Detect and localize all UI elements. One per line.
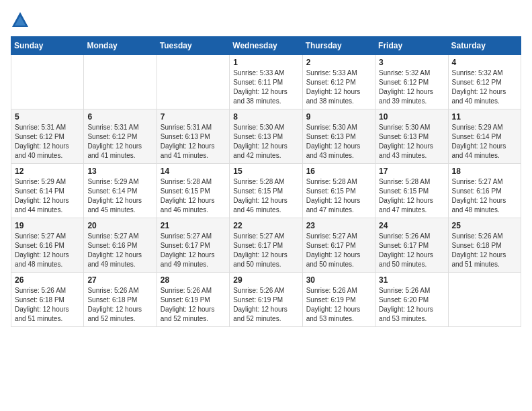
day-info: Sunrise: 5:27 AM Sunset: 6:16 PM Dayligh…	[452, 177, 517, 215]
day-info: Sunrise: 5:28 AM Sunset: 6:15 PM Dayligh…	[306, 177, 371, 215]
day-info: Sunrise: 5:26 AM Sunset: 6:20 PM Dayligh…	[379, 286, 444, 324]
logo-icon	[11, 11, 30, 30]
day-number: 24	[379, 221, 444, 230]
day-info: Sunrise: 5:32 AM Sunset: 6:12 PM Dayligh…	[379, 68, 444, 106]
day-number: 27	[87, 275, 152, 285]
calendar-cell: 3Sunrise: 5:32 AM Sunset: 6:12 PM Daylig…	[375, 55, 448, 109]
day-number: 18	[452, 167, 517, 176]
day-info: Sunrise: 5:33 AM Sunset: 6:12 PM Dayligh…	[306, 68, 371, 106]
day-number: 28	[161, 275, 226, 285]
calendar-cell: 18Sunrise: 5:27 AM Sunset: 6:16 PM Dayli…	[448, 164, 521, 218]
day-number: 19	[15, 221, 80, 230]
weekday-header: Monday	[84, 37, 157, 55]
day-info: Sunrise: 5:32 AM Sunset: 6:12 PM Dayligh…	[452, 68, 517, 106]
day-info: Sunrise: 5:26 AM Sunset: 6:19 PM Dayligh…	[306, 286, 371, 324]
calendar-cell: 20Sunrise: 5:27 AM Sunset: 6:16 PM Dayli…	[84, 218, 157, 273]
calendar-cell	[84, 55, 157, 109]
weekday-header: Tuesday	[157, 37, 229, 55]
day-number: 13	[87, 167, 152, 176]
calendar-cell: 14Sunrise: 5:28 AM Sunset: 6:15 PM Dayli…	[157, 164, 229, 218]
logo	[11, 11, 32, 30]
day-info: Sunrise: 5:27 AM Sunset: 6:16 PM Dayligh…	[87, 232, 152, 269]
day-info: Sunrise: 5:26 AM Sunset: 6:19 PM Dayligh…	[161, 286, 226, 324]
day-number: 22	[233, 221, 298, 230]
day-info: Sunrise: 5:27 AM Sunset: 6:17 PM Dayligh…	[233, 232, 298, 269]
weekday-header: Sunday	[11, 37, 84, 55]
day-number: 4	[452, 58, 517, 67]
calendar-cell: 9Sunrise: 5:30 AM Sunset: 6:13 PM Daylig…	[302, 109, 375, 164]
day-info: Sunrise: 5:26 AM Sunset: 6:18 PM Dayligh…	[452, 232, 517, 269]
weekday-header-row: SundayMondayTuesdayWednesdayThursdayFrid…	[11, 37, 521, 55]
day-info: Sunrise: 5:28 AM Sunset: 6:15 PM Dayligh…	[233, 177, 298, 215]
calendar-cell: 23Sunrise: 5:27 AM Sunset: 6:17 PM Dayli…	[302, 218, 375, 273]
weekday-header: Wednesday	[230, 37, 302, 55]
calendar-week-row: 26Sunrise: 5:26 AM Sunset: 6:18 PM Dayli…	[11, 273, 521, 327]
calendar-cell: 6Sunrise: 5:31 AM Sunset: 6:12 PM Daylig…	[84, 109, 157, 164]
day-info: Sunrise: 5:31 AM Sunset: 6:13 PM Dayligh…	[161, 123, 226, 161]
day-info: Sunrise: 5:27 AM Sunset: 6:17 PM Dayligh…	[306, 232, 371, 269]
calendar-cell: 1Sunrise: 5:33 AM Sunset: 6:11 PM Daylig…	[230, 55, 302, 109]
day-number: 2	[306, 58, 371, 67]
day-info: Sunrise: 5:30 AM Sunset: 6:13 PM Dayligh…	[306, 123, 371, 161]
calendar-cell: 15Sunrise: 5:28 AM Sunset: 6:15 PM Dayli…	[230, 164, 302, 218]
day-info: Sunrise: 5:26 AM Sunset: 6:18 PM Dayligh…	[15, 286, 80, 324]
calendar-cell: 27Sunrise: 5:26 AM Sunset: 6:18 PM Dayli…	[84, 273, 157, 327]
day-number: 29	[233, 275, 298, 285]
calendar-cell: 10Sunrise: 5:30 AM Sunset: 6:13 PM Dayli…	[375, 109, 448, 164]
day-info: Sunrise: 5:29 AM Sunset: 6:14 PM Dayligh…	[452, 123, 517, 161]
day-info: Sunrise: 5:26 AM Sunset: 6:18 PM Dayligh…	[87, 286, 152, 324]
day-number: 16	[306, 167, 371, 176]
day-info: Sunrise: 5:29 AM Sunset: 6:14 PM Dayligh…	[15, 177, 80, 215]
calendar-table: SundayMondayTuesdayWednesdayThursdayFrid…	[11, 36, 521, 327]
calendar-cell: 30Sunrise: 5:26 AM Sunset: 6:19 PM Dayli…	[302, 273, 375, 327]
calendar-cell: 21Sunrise: 5:27 AM Sunset: 6:17 PM Dayli…	[157, 218, 229, 273]
page-header	[11, 11, 521, 30]
calendar-cell: 26Sunrise: 5:26 AM Sunset: 6:18 PM Dayli…	[11, 273, 84, 327]
day-info: Sunrise: 5:28 AM Sunset: 6:15 PM Dayligh…	[379, 177, 444, 215]
day-number: 8	[233, 112, 298, 122]
day-number: 14	[161, 167, 226, 176]
day-number: 9	[306, 112, 371, 122]
day-info: Sunrise: 5:26 AM Sunset: 6:17 PM Dayligh…	[379, 232, 444, 269]
calendar-cell: 19Sunrise: 5:27 AM Sunset: 6:16 PM Dayli…	[11, 218, 84, 273]
day-number: 3	[379, 58, 444, 67]
day-number: 21	[161, 221, 226, 230]
calendar-week-row: 12Sunrise: 5:29 AM Sunset: 6:14 PM Dayli…	[11, 164, 521, 218]
weekday-header: Friday	[375, 37, 448, 55]
calendar-cell: 29Sunrise: 5:26 AM Sunset: 6:19 PM Dayli…	[230, 273, 302, 327]
calendar-cell: 8Sunrise: 5:30 AM Sunset: 6:13 PM Daylig…	[230, 109, 302, 164]
day-number: 23	[306, 221, 371, 230]
day-info: Sunrise: 5:30 AM Sunset: 6:13 PM Dayligh…	[379, 123, 444, 161]
calendar-cell: 2Sunrise: 5:33 AM Sunset: 6:12 PM Daylig…	[302, 55, 375, 109]
day-number: 11	[452, 112, 517, 122]
day-info: Sunrise: 5:28 AM Sunset: 6:15 PM Dayligh…	[161, 177, 226, 215]
calendar-cell	[157, 55, 229, 109]
day-number: 20	[87, 221, 152, 230]
calendar-cell	[448, 273, 521, 327]
day-number: 7	[161, 112, 226, 122]
day-number: 10	[379, 112, 444, 122]
calendar-cell: 24Sunrise: 5:26 AM Sunset: 6:17 PM Dayli…	[375, 218, 448, 273]
calendar-cell: 16Sunrise: 5:28 AM Sunset: 6:15 PM Dayli…	[302, 164, 375, 218]
calendar-cell: 7Sunrise: 5:31 AM Sunset: 6:13 PM Daylig…	[157, 109, 229, 164]
weekday-header: Saturday	[448, 37, 521, 55]
day-number: 1	[233, 58, 298, 67]
calendar-cell: 25Sunrise: 5:26 AM Sunset: 6:18 PM Dayli…	[448, 218, 521, 273]
day-number: 12	[15, 167, 80, 176]
day-info: Sunrise: 5:27 AM Sunset: 6:16 PM Dayligh…	[15, 232, 80, 269]
calendar-cell: 22Sunrise: 5:27 AM Sunset: 6:17 PM Dayli…	[230, 218, 302, 273]
calendar-week-row: 1Sunrise: 5:33 AM Sunset: 6:11 PM Daylig…	[11, 55, 521, 109]
calendar-cell: 28Sunrise: 5:26 AM Sunset: 6:19 PM Dayli…	[157, 273, 229, 327]
calendar-cell: 31Sunrise: 5:26 AM Sunset: 6:20 PM Dayli…	[375, 273, 448, 327]
day-number: 31	[379, 275, 444, 285]
day-number: 25	[452, 221, 517, 230]
day-number: 26	[15, 275, 80, 285]
calendar-cell: 11Sunrise: 5:29 AM Sunset: 6:14 PM Dayli…	[448, 109, 521, 164]
day-info: Sunrise: 5:26 AM Sunset: 6:19 PM Dayligh…	[233, 286, 298, 324]
day-number: 17	[379, 167, 444, 176]
day-info: Sunrise: 5:31 AM Sunset: 6:12 PM Dayligh…	[87, 123, 152, 161]
day-info: Sunrise: 5:31 AM Sunset: 6:12 PM Dayligh…	[15, 123, 80, 161]
calendar-week-row: 19Sunrise: 5:27 AM Sunset: 6:16 PM Dayli…	[11, 218, 521, 273]
day-info: Sunrise: 5:33 AM Sunset: 6:11 PM Dayligh…	[233, 68, 298, 106]
calendar-cell: 17Sunrise: 5:28 AM Sunset: 6:15 PM Dayli…	[375, 164, 448, 218]
